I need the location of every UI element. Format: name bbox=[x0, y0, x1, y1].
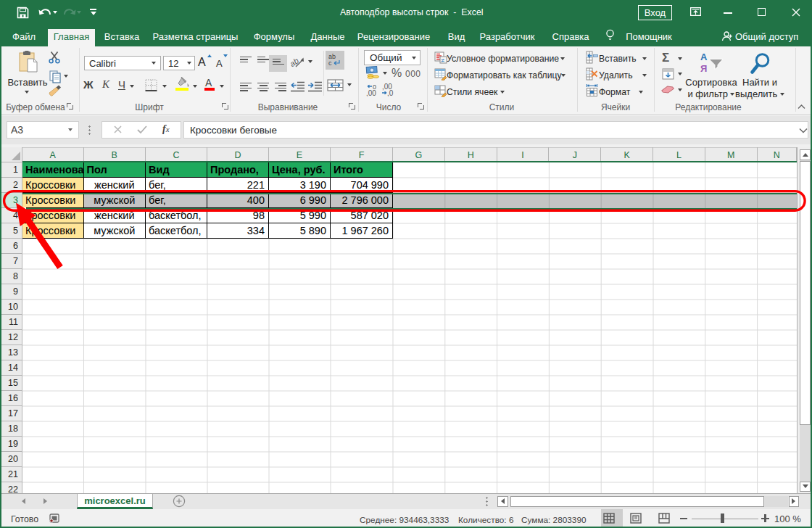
svg-text:А: А bbox=[700, 51, 708, 62]
svg-text:Я: Я bbox=[700, 63, 707, 73]
svg-text:,0: ,0 bbox=[387, 89, 394, 97]
svg-text:c: c bbox=[328, 59, 332, 67]
svg-text:≠: ≠ bbox=[442, 57, 445, 64]
svg-text:,00: ,00 bbox=[366, 89, 376, 97]
